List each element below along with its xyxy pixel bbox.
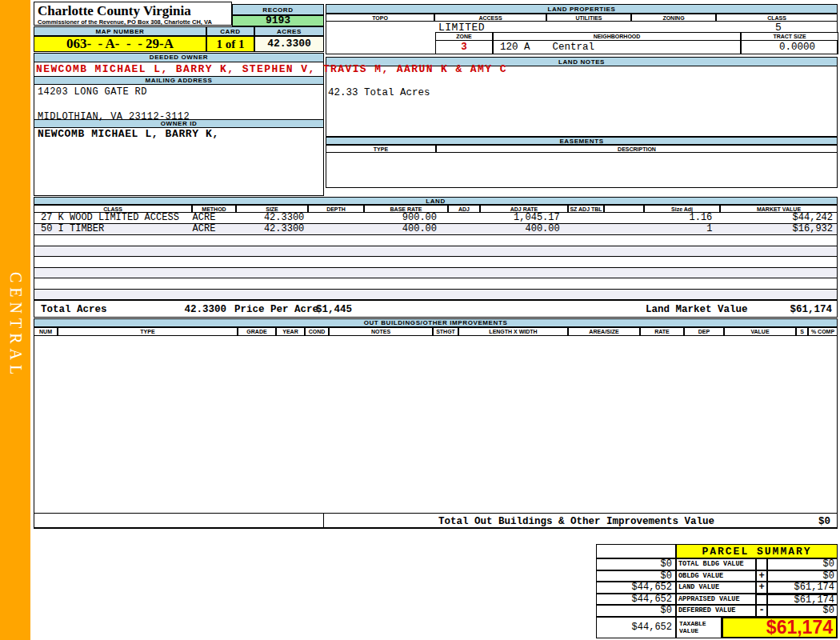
district-label: CENTRAL [0,266,30,386]
land-row: 27 K WOOD LIMITED ACCESS ACRE 42.3300 90… [34,213,838,224]
out-buildings-total-row: Total Out Buildings & Other Improvements… [34,513,838,529]
sz-adj-tbl-header: SZ ADJ TBL [568,205,604,213]
land-size-adj: 1.16 [644,213,720,223]
divider [323,514,324,527]
prior-value: $0 [596,570,676,582]
rate-header: RATE [640,327,684,336]
total-acres-value: 42.3300 [138,304,226,315]
land-market-value-label: Land Market Value [646,304,748,315]
zoning-column-header: ZONING [631,14,716,22]
land-blank [604,224,644,234]
owner-id-value: NEWCOMB MICHAEL L, BARRY K, [34,128,323,142]
land-base-rate: 400.00 [364,224,448,234]
land-notes-text: 42.33 Total Acres [328,87,837,98]
land-totals-row: Total Acres 42.3300 Price Per Acre $1,44… [34,300,838,318]
land-section-header: LAND [34,197,838,205]
land-row-empty [34,278,838,290]
property-record-card: CENTRAL Charlotte County Virginia Commis… [0,0,840,640]
row-label: APPRAISED VALUE [676,594,756,606]
row-label: LAND VALUE [676,582,756,594]
deeded-owner-value: NEWCOMB MICHAEL L, BARRY K, STEPHEN V, T… [34,62,323,76]
card-header: CARD [206,26,254,36]
land-sz-adj-tbl [568,224,604,234]
land-row-empty [34,235,838,246]
neighborhood-code: 120 A [500,42,530,53]
value-header: VALUE [724,327,796,336]
s-header: S [796,327,808,336]
type-header: TYPE [58,327,238,336]
prior-value: $0 [596,558,676,570]
easements-header: EASEMENTS [326,137,838,145]
land-properties-values: LIMITED 5 ZONE NEIGHBORHOOD TRACT SIZE 3… [326,22,838,54]
land-adj [448,213,480,223]
prior-value: $0 [596,605,676,617]
mailing-address-header: MAILING ADDRESS [34,76,323,85]
price-per-acre-value: $1,445 [316,304,352,315]
year-header: YEAR [276,327,305,336]
zone-value: 3 [435,41,493,54]
county-subtitle: Commissioner of the Revenue, PO Box 308,… [38,18,228,26]
land-row-empty [34,246,838,258]
land-base-rate: 900.00 [364,213,448,223]
depth-header: DEPTH [308,205,364,213]
land-properties-header: LAND PROPERTIES [326,4,838,14]
out-buildings-column-headers: NUM TYPE GRADE YEAR COND NOTES STHGT LEN… [34,327,838,336]
row-operator [756,594,767,606]
summary-row-appraised: $44,652 APPRAISED VALUE $61,174 [596,594,838,606]
row-operator: + [756,582,767,594]
out-buildings-total-value: $0 [818,516,830,527]
row-value: $0 [767,605,838,617]
summary-row-land: $44,652 LAND VALUE + $61,174 [596,582,838,594]
record-header: RECORD [232,4,324,15]
num-header: NUM [34,327,58,336]
land-row-empty [34,290,838,301]
zone-header: ZONE [435,32,493,41]
land-rows: 27 K WOOD LIMITED ACCESS ACRE 42.3300 90… [34,213,838,300]
land-row: 50 I TIMBER ACRE 42.3300 400.00 400.00 1… [34,224,838,235]
price-per-acre-label: Price Per Acre [234,304,318,315]
land-depth [308,224,364,234]
land-class: 27 K WOOD LIMITED ACCESS [34,213,193,223]
prior-value: $44,652 [596,617,676,638]
topo-column-header: TOPO [326,14,434,22]
easements-column-headers: TYPE DESCRIPTION [326,145,838,153]
map-number-value: 063- - A- - - 29-A [34,36,206,52]
grade-header: GRADE [238,327,276,336]
neighborhood-value: 120 ACentral [493,41,741,54]
row-operator: + [756,570,767,582]
taxable-value: $61,174 [722,617,838,638]
acres-value: 42.3300 [254,36,324,52]
county-header: Charlotte County Virginia Commissioner o… [34,2,232,26]
land-method: ACRE [193,213,237,223]
length-width-header: LENGTH X WIDTH [458,327,568,336]
land-adj-rate: 1,045.17 [480,213,568,223]
tract-size-value: 0.0000 [741,41,838,54]
parcel-summary: PARCEL SUMMARY $0 TOTAL BLDG VALUE $0 $0… [596,544,838,638]
land-size: 42.3300 [237,213,309,223]
acres-header: ACRES [254,26,324,36]
area-size-header: AREA/SIZE [568,327,640,336]
easements-box [326,153,838,188]
row-label: TOTAL BLDG VALUE [676,558,756,570]
row-label: DEFERRED VALUE [676,605,756,617]
county-title: Charlotte County Virginia [38,3,228,18]
land-market-value-total: $61,174 [790,304,832,315]
utilities-column-header: UTILITIES [546,14,631,22]
land-method: ACRE [193,224,237,234]
row-value: $61,174 [767,594,838,606]
taxable-value-label: TAXABLE VALUE [676,617,722,638]
land-size-adj: 1 [644,224,720,234]
adj-header: ADJ [448,205,480,213]
map-number-header: MAP NUMBER [34,26,206,36]
land-properties-column-headers: TOPO ACCESS UTILITIES ZONING CLASS [326,14,838,22]
row-value: $0 [767,558,838,570]
land-size: 42.3300 [237,224,309,234]
land-blank [604,213,644,223]
land-adj-rate: 400.00 [480,224,568,234]
land-row-empty [34,268,838,279]
land-row-empty [34,257,838,268]
row-operator [756,558,767,570]
out-buildings-header: OUT BUILDINGS/OTHER IMPROVEMENTS [34,318,838,327]
land-market-value: $16,932 [719,224,837,234]
summary-row-obldg: $0 OBLDG VALUE + $0 [596,570,838,582]
